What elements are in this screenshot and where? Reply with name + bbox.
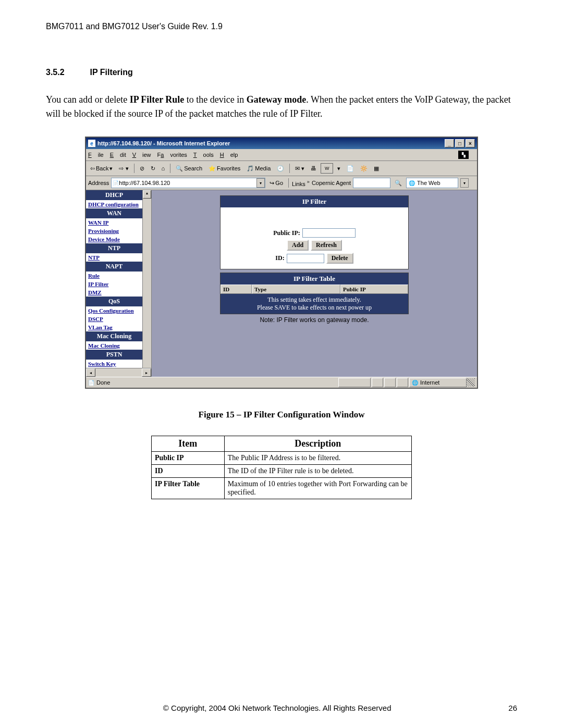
- desc-th-item: Item: [152, 436, 225, 452]
- sidebar-vscroll[interactable]: ▴: [142, 190, 151, 368]
- table-row: Public IP The Public IP Address is to be…: [152, 452, 412, 465]
- sidebar-link[interactable]: Provisioning: [86, 227, 142, 235]
- add-button[interactable]: Add: [287, 240, 309, 251]
- mail-button[interactable]: ✉ ▾: [293, 164, 307, 173]
- sidebar-header: NTP: [86, 243, 142, 253]
- ie-toolbar: ⇦ Back ▾ ⇨ ▾ ⊘ ↻ ⌂ 🔍 Search ⭐ Favorites …: [86, 161, 477, 176]
- col-publicip: Public IP: [340, 285, 408, 294]
- sidebar-header: Mac Cloning: [86, 331, 142, 341]
- ie-statusbar: 📄 Done 🌐 Internet: [86, 377, 477, 388]
- sidebar-link[interactable]: WAN IP: [86, 218, 142, 227]
- section-number: 3.5.2: [46, 68, 88, 77]
- ipfilter-panel-title: IP Filter: [221, 196, 408, 207]
- sidebar-link[interactable]: VLan Tag: [86, 323, 142, 331]
- home-button[interactable]: ⌂: [160, 164, 167, 172]
- ie-content: DHCPDHCP configurationWANWAN IPProvision…: [86, 190, 477, 377]
- sidebar-link[interactable]: DHCP configuration: [86, 200, 142, 208]
- maximize-button[interactable]: □: [455, 139, 464, 147]
- history-button[interactable]: 🕘: [275, 164, 286, 173]
- main-area: IP Filter Public IP: Add Refresh ID:: [152, 190, 477, 377]
- menu-tools[interactable]: Tools: [193, 152, 214, 158]
- theweb-dropdown[interactable]: 🌐 The Web: [406, 178, 458, 188]
- close-button[interactable]: ×: [466, 139, 475, 147]
- go-button[interactable]: ↪ Go: [267, 179, 285, 188]
- publicip-label: Public IP:: [273, 229, 300, 237]
- resize-grip-icon[interactable]: [467, 378, 475, 387]
- favorites-button[interactable]: ⭐ Favorites: [206, 164, 242, 173]
- refresh-button[interactable]: ↻: [149, 164, 157, 173]
- address-dropdown-icon[interactable]: ▾: [256, 178, 265, 188]
- sidebar-link[interactable]: Rule: [86, 272, 142, 280]
- sidebar-link[interactable]: DMZ: [86, 288, 142, 297]
- minimize-button[interactable]: _: [445, 139, 454, 147]
- description-table: Item Description Public IP The Public IP…: [151, 436, 412, 499]
- sidebar-header: QoS: [86, 297, 142, 306]
- copyright-text: © Copyright, 2004 Oki Network Technologi…: [46, 704, 508, 712]
- sidebar-link[interactable]: IP Filter: [86, 280, 142, 288]
- sidebar-link[interactable]: Switch Key: [86, 360, 142, 368]
- word-button[interactable]: W: [321, 163, 333, 174]
- sidebar-hscroll[interactable]: ◂ ▸: [86, 368, 151, 377]
- publicip-input[interactable]: [302, 228, 356, 238]
- hscroll-right-icon[interactable]: ▸: [142, 368, 151, 377]
- print-button[interactable]: 🖶: [309, 164, 319, 172]
- subnote: Note: IP Filter works on gateway mode.: [260, 316, 369, 324]
- ipfilter-table-header: ID Type Public IP: [221, 285, 408, 294]
- search-button[interactable]: 🔍 Search: [174, 164, 204, 173]
- theweb-dropdown-arrow[interactable]: ▾: [460, 178, 469, 188]
- note-box: This setting takes effect immediately. P…: [221, 294, 408, 314]
- menu-edit[interactable]: Edit: [110, 152, 126, 158]
- section-title: IP Filtering: [90, 68, 132, 77]
- page-number: 26: [508, 704, 517, 712]
- copernic-search-icon[interactable]: 🔍: [393, 179, 404, 188]
- menu-file[interactable]: File: [88, 152, 104, 158]
- ipfilter-table-panel: IP Filter Table ID Type Public IP This s…: [220, 273, 409, 314]
- stop-button[interactable]: ⊘: [138, 164, 146, 173]
- hscroll-left-icon[interactable]: ◂: [86, 368, 95, 377]
- ie-throbber-icon: ▚: [458, 151, 469, 159]
- delete-button[interactable]: Delete: [326, 253, 353, 264]
- address-label: Address: [88, 180, 109, 186]
- refresh-config-button[interactable]: Refresh: [311, 240, 342, 251]
- section-heading: 3.5.2 IP Filtering: [46, 68, 517, 77]
- id-label: ID:: [275, 254, 284, 262]
- status-done: Done: [96, 379, 110, 386]
- ie-menubar: File Edit View Favorites Tools Help ▚: [86, 149, 477, 161]
- links-label[interactable]: Links »: [292, 179, 310, 187]
- body-paragraph: You can add or delete IP Filter Rule to …: [46, 93, 517, 121]
- doc-header: BMG7011 and BMG7012 User's Guide Rev. 1.…: [46, 22, 517, 31]
- figure-caption: Figure 15 – IP Filter Configuration Wind…: [46, 410, 517, 420]
- extra-button-1[interactable]: ▾: [335, 164, 342, 173]
- forward-button[interactable]: ⇨ ▾: [117, 164, 130, 173]
- ie-window: e http://67.104.98.120/ - Microsoft Inte…: [85, 137, 478, 389]
- extra-button-2[interactable]: 🔆: [358, 164, 370, 173]
- desc-th-desc: Description: [224, 436, 411, 452]
- internet-zone-label: Internet: [420, 379, 439, 386]
- menu-favorites[interactable]: Favorites: [157, 152, 187, 158]
- media-button[interactable]: 🎵 Media: [244, 164, 273, 173]
- copernic-input[interactable]: [353, 178, 390, 188]
- menu-view[interactable]: View: [132, 152, 151, 158]
- menu-help[interactable]: Help: [220, 152, 238, 158]
- sidebar-link[interactable]: DSCP: [86, 315, 142, 323]
- sidebar-link[interactable]: Device Mode: [86, 235, 142, 243]
- sidebar-items: DHCPDHCP configurationWANWAN IPProvision…: [86, 190, 142, 368]
- sidebar-link[interactable]: Mac Cloning: [86, 341, 142, 350]
- sidebar-link[interactable]: Qos Configuration: [86, 306, 142, 315]
- sidebar: DHCPDHCP configurationWANWAN IPProvision…: [86, 190, 152, 377]
- edit-button[interactable]: 📄: [345, 164, 356, 173]
- ipfilter-table-title: IP Filter Table: [221, 273, 408, 285]
- id-input[interactable]: [287, 254, 324, 263]
- address-input[interactable]: 📄 http://67.104.98.120 ▾: [111, 178, 265, 188]
- col-type: Type: [252, 285, 340, 294]
- extra-button-3[interactable]: ▦: [372, 164, 381, 173]
- ie-title-text: http://67.104.98.120/ - Microsoft Intern…: [97, 140, 230, 146]
- back-button[interactable]: ⇦ Back ▾: [88, 164, 115, 173]
- globe-icon: 🌐: [409, 180, 415, 186]
- sidebar-link[interactable]: NTP: [86, 253, 142, 262]
- ie-app-icon: e: [88, 140, 95, 147]
- status-page-icon: 📄: [88, 380, 94, 386]
- sidebar-header: WAN: [86, 208, 142, 218]
- table-row: ID The ID of the IP Filter rule is to be…: [152, 465, 412, 478]
- sidebar-header: DHCP: [86, 190, 142, 200]
